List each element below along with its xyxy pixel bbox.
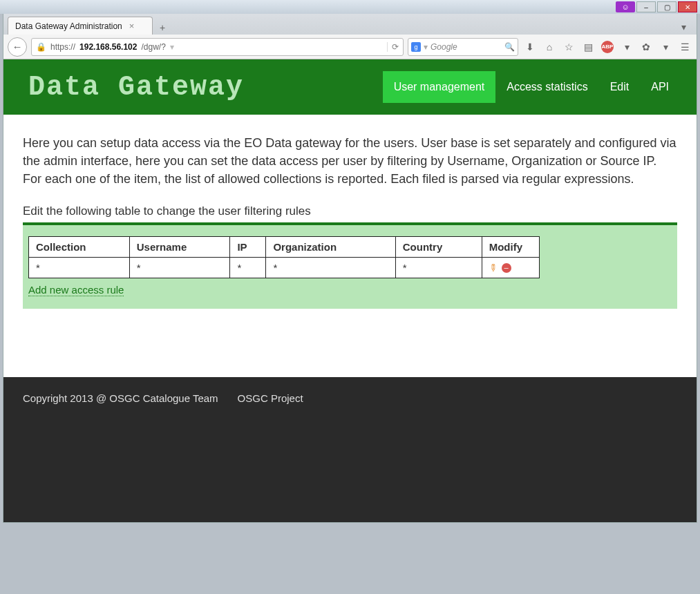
col-ip: IP (230, 237, 266, 258)
google-icon: g (411, 42, 421, 52)
col-collection: Collection (29, 237, 130, 258)
back-button[interactable]: ← (8, 37, 27, 57)
cell-username: * (129, 258, 230, 278)
table-row: * * * * * ✎ – (29, 258, 540, 278)
footer-copyright: Copyright 2013 @ OSGC Catalogue Team (23, 392, 218, 507)
cell-collection: * (29, 258, 130, 278)
table-label: Edit the following table to change the u… (23, 204, 677, 218)
extension-icon[interactable]: ✿ (638, 39, 654, 55)
edit-icon[interactable]: ✎ (486, 261, 500, 275)
url-path: /dgw/? (141, 42, 165, 52)
cell-organization: * (266, 258, 395, 278)
nav-edit[interactable]: Edit (599, 71, 641, 103)
cell-country: * (395, 258, 482, 278)
rules-table: Collection Username IP Organization Coun… (28, 236, 540, 278)
minimize-button[interactable]: – (636, 1, 656, 12)
main-content: Here you can setup data access via the E… (3, 115, 697, 377)
cell-modify: ✎ – (482, 258, 539, 278)
url-scheme: https:// (50, 42, 75, 52)
clipboard-icon[interactable]: ▤ (580, 39, 596, 55)
add-rule-link[interactable]: Add new access rule (28, 284, 124, 296)
dropdown-icon[interactable]: ▾ (170, 42, 174, 52)
mask-icon[interactable]: ☺ (616, 1, 635, 12)
tab-title: Data Gateway Administration (15, 21, 122, 31)
browser-toolbar: ← 🔒 https://192.168.56.102/dgw/? ▾ ⟳ g ▾… (3, 35, 697, 59)
delete-icon[interactable]: – (502, 263, 511, 273)
browser-window: Data Gateway Administration × + ▾ ← 🔒 ht… (3, 14, 697, 523)
cell-ip: * (230, 258, 266, 278)
extension-dropdown-icon[interactable]: ▾ (658, 39, 673, 55)
col-country: Country (395, 237, 482, 258)
home-icon[interactable]: ⌂ (542, 39, 557, 55)
search-dropdown-icon[interactable]: ▾ (424, 42, 428, 52)
site-footer: Copyright 2013 @ OSGC Catalogue Team OSG… (3, 377, 697, 522)
downloads-icon[interactable]: ⬇ (522, 39, 538, 55)
page: Data Gateway User management Access stat… (3, 59, 697, 522)
url-bar[interactable]: 🔒 https://192.168.56.102/dgw/? ▾ ⟳ (31, 38, 404, 56)
close-tab-icon[interactable]: × (129, 21, 135, 31)
col-modify: Modify (482, 237, 539, 258)
menu-icon[interactable]: ☰ (677, 39, 692, 55)
site-logo: Data Gateway (28, 72, 244, 103)
browser-tab[interactable]: Data Gateway Administration × (8, 17, 153, 35)
col-username: Username (129, 237, 230, 258)
bookmark-icon[interactable]: ☆ (561, 39, 576, 55)
adblock-icon[interactable]: ABP (600, 39, 615, 55)
url-host: 192.168.56.102 (79, 42, 137, 52)
search-icon[interactable]: 🔍 (504, 42, 515, 52)
col-organization: Organization (266, 237, 395, 258)
site-nav: User management Access statistics Edit A… (383, 71, 680, 103)
search-box[interactable]: g ▾ Google 🔍 (408, 38, 518, 56)
search-placeholder: Google (431, 42, 457, 52)
new-tab-button[interactable]: + (155, 21, 169, 35)
table-header-row: Collection Username IP Organization Coun… (29, 237, 540, 258)
nav-user-management[interactable]: User management (383, 71, 496, 103)
close-window-button[interactable]: ✕ (678, 1, 697, 12)
intro-text: Here you can setup data access via the E… (23, 134, 677, 188)
nav-api[interactable]: API (640, 71, 680, 103)
nav-access-statistics[interactable]: Access statistics (495, 71, 598, 103)
os-titlebar: ☺ – ▢ ✕ (0, 0, 700, 14)
footer-project-link[interactable]: OSGC Project (238, 392, 303, 507)
tab-overflow-icon[interactable]: ▾ (676, 19, 691, 35)
maximize-button[interactable]: ▢ (657, 1, 677, 12)
lock-icon: 🔒 (36, 42, 46, 52)
adblock-dropdown-icon[interactable]: ▾ (619, 39, 634, 55)
site-header: Data Gateway User management Access stat… (3, 59, 697, 115)
table-panel: Collection Username IP Organization Coun… (23, 222, 677, 309)
tab-strip: Data Gateway Administration × + ▾ (3, 14, 697, 35)
reload-icon[interactable]: ⟳ (387, 42, 399, 52)
